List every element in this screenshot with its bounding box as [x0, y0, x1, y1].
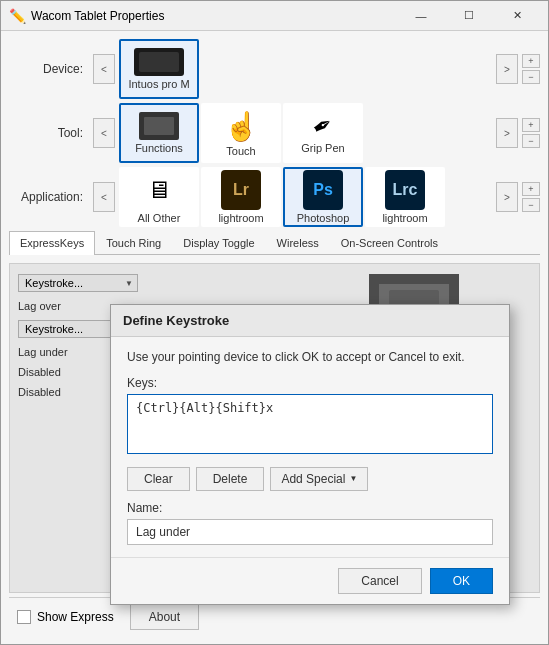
- photoshop-icon: Ps: [303, 170, 343, 210]
- device-next-button[interactable]: >: [496, 54, 518, 84]
- device-plus-button[interactable]: +: [522, 54, 540, 68]
- device-prev-button[interactable]: <: [93, 54, 115, 84]
- app-icon: ✏️: [9, 8, 25, 24]
- minimize-button[interactable]: —: [398, 1, 444, 31]
- app-row: Application: < 🖥 All Other Lr lightroom …: [9, 167, 540, 227]
- tool-touch-label: Touch: [226, 145, 255, 157]
- keys-input[interactable]: {Ctrl}{Alt}{Shift}x: [127, 394, 493, 454]
- name-section: Name:: [127, 501, 493, 545]
- add-special-button[interactable]: Add Special: [270, 467, 368, 491]
- ok-button[interactable]: OK: [430, 568, 493, 594]
- tab-on-screen-controls[interactable]: On-Screen Controls: [330, 231, 449, 254]
- app-plus-button[interactable]: +: [522, 182, 540, 196]
- tool-items: Functions ☝ Touch ✒ Grip Pen: [119, 103, 492, 163]
- define-keystroke-modal: Define Keystroke Use your pointing devic…: [110, 304, 510, 605]
- tool-label: Tool:: [9, 126, 89, 140]
- tab-wireless[interactable]: Wireless: [266, 231, 330, 254]
- show-express-row: Show Express: [17, 610, 114, 624]
- device-item-intuos[interactable]: Intuos pro M: [119, 39, 199, 99]
- app-photoshop-label: Photoshop: [297, 212, 350, 224]
- device-side-buttons: + −: [522, 54, 540, 84]
- modal-footer: Cancel OK: [111, 557, 509, 604]
- show-express-label: Show Express: [37, 610, 114, 624]
- tool-item-functions[interactable]: Functions: [119, 103, 199, 163]
- app-minus-button[interactable]: −: [522, 198, 540, 212]
- app-item-photoshop[interactable]: Ps Photoshop: [283, 167, 363, 227]
- tab-touch-ring[interactable]: Touch Ring: [95, 231, 172, 254]
- lightroom2-icon: Lrc: [385, 170, 425, 210]
- app-next-button[interactable]: >: [496, 182, 518, 212]
- tool-side-buttons: + −: [522, 118, 540, 148]
- tool-next-button[interactable]: >: [496, 118, 518, 148]
- device-label: Device:: [9, 62, 89, 76]
- tab-display-toggle[interactable]: Display Toggle: [172, 231, 265, 254]
- app-side-buttons: + −: [522, 182, 540, 212]
- show-express-checkbox[interactable]: [17, 610, 31, 624]
- tabs-bar: ExpressKeys Touch Ring Display Toggle Wi…: [9, 231, 540, 255]
- expresskeys-content: Keystroke... Lag over Keystroke... Lag u…: [9, 263, 540, 593]
- keys-label: Keys:: [127, 376, 493, 390]
- title-bar: ✏️ Wacom Tablet Properties — ☐ ✕: [1, 1, 548, 31]
- device-items: Intuos pro M: [119, 39, 492, 99]
- modal-instruction: Use your pointing device to click OK to …: [127, 349, 493, 366]
- tool-plus-button[interactable]: +: [522, 118, 540, 132]
- app-item-lightroom1[interactable]: Lr lightroom: [201, 167, 281, 227]
- app-item-lightroom2[interactable]: Lrc lightroom: [365, 167, 445, 227]
- main-content: Device: < Intuos pro M > + − Tool: <: [1, 31, 548, 644]
- grip-pen-icon: ✒: [307, 109, 338, 143]
- modal-body: Use your pointing device to click OK to …: [111, 337, 509, 557]
- device-minus-button[interactable]: −: [522, 70, 540, 84]
- tool-grip-pen-label: Grip Pen: [301, 142, 344, 154]
- tool-minus-button[interactable]: −: [522, 134, 540, 148]
- device-row: Device: < Intuos pro M > + −: [9, 39, 540, 99]
- device-item-label: Intuos pro M: [128, 78, 189, 90]
- app-prev-button[interactable]: <: [93, 182, 115, 212]
- modal-overlay: Define Keystroke Use your pointing devic…: [10, 264, 539, 592]
- app-items: 🖥 All Other Lr lightroom Ps Photoshop Lr…: [119, 167, 492, 227]
- tool-row: Tool: < Functions ☝ Touch ✒ Gr: [9, 103, 540, 163]
- tool-item-grip-pen[interactable]: ✒ Grip Pen: [283, 103, 363, 163]
- touch-icon: ☝: [224, 110, 259, 143]
- maximize-button[interactable]: ☐: [446, 1, 492, 31]
- tool-prev-button[interactable]: <: [93, 118, 115, 148]
- tool-item-touch[interactable]: ☝ Touch: [201, 103, 281, 163]
- title-bar-buttons: — ☐ ✕: [398, 1, 540, 31]
- lightroom1-icon: Lr: [221, 170, 261, 210]
- modal-title: Define Keystroke: [111, 305, 509, 337]
- app-lightroom1-label: lightroom: [218, 212, 263, 224]
- app-label: Application:: [9, 190, 89, 204]
- app-item-all-other[interactable]: 🖥 All Other: [119, 167, 199, 227]
- about-button[interactable]: About: [130, 604, 199, 630]
- close-button[interactable]: ✕: [494, 1, 540, 31]
- cancel-button[interactable]: Cancel: [338, 568, 421, 594]
- title-bar-text: Wacom Tablet Properties: [31, 9, 398, 23]
- main-window: ✏️ Wacom Tablet Properties — ☐ ✕ Device:…: [0, 0, 549, 645]
- modal-action-buttons: Clear Delete Add Special: [127, 467, 493, 491]
- app-lightroom2-label: lightroom: [382, 212, 427, 224]
- delete-button[interactable]: Delete: [196, 467, 265, 491]
- name-label: Name:: [127, 501, 493, 515]
- tool-functions-label: Functions: [135, 142, 183, 154]
- clear-button[interactable]: Clear: [127, 467, 190, 491]
- keys-section: Keys: {Ctrl}{Alt}{Shift}x: [127, 376, 493, 457]
- tab-expresskeys[interactable]: ExpressKeys: [9, 231, 95, 255]
- name-input[interactable]: [127, 519, 493, 545]
- all-other-icon: 🖥: [139, 170, 179, 210]
- app-all-other-label: All Other: [138, 212, 181, 224]
